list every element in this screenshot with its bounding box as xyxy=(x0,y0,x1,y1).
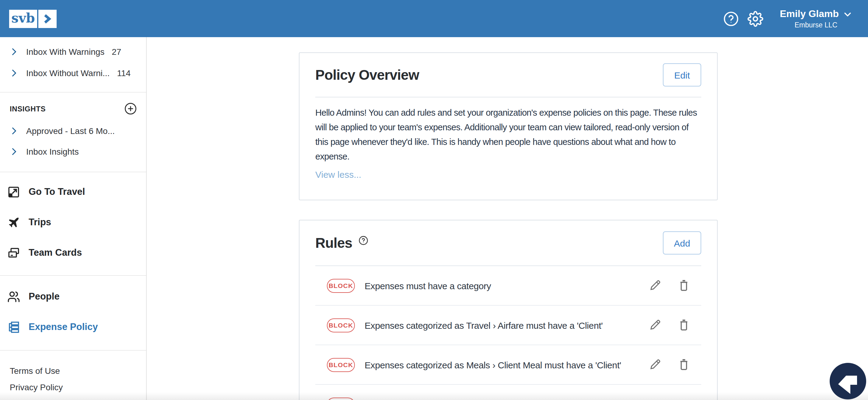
sidebar-item-approved-last-6-months[interactable]: Approved - Last 6 Mo... xyxy=(0,121,146,141)
sidebar-item-label: Trips xyxy=(29,217,51,228)
sidebar-item-count: 114 xyxy=(117,68,130,78)
terms-of-use-link[interactable]: Terms of Use xyxy=(10,363,136,379)
trash-icon xyxy=(677,318,690,331)
sidebar-item-label: Go To Travel xyxy=(29,186,85,197)
rule-text: Expenses categorized as Meals › Client M… xyxy=(365,360,621,370)
chat-widget-button[interactable] xyxy=(830,363,866,399)
rules-list: BLOCK Expenses must have a category xyxy=(315,266,701,400)
sidebar-item-inbox-without-warnings[interactable]: Inbox Without Warni... 114 xyxy=(0,62,146,84)
sidebar-nav-secondary: People Expense Policy xyxy=(0,276,146,342)
settings-button[interactable] xyxy=(747,10,763,27)
rules-title: Rules xyxy=(315,235,368,251)
sidebar-item-label: People xyxy=(29,291,60,302)
insights-title: INSIGHTS xyxy=(10,105,45,113)
block-badge: BLOCK xyxy=(327,358,355,372)
add-insight-button[interactable] xyxy=(124,102,137,116)
airplane-icon xyxy=(7,216,20,228)
divider xyxy=(0,92,146,93)
divider xyxy=(0,350,146,351)
rule-row: BLOCK xyxy=(315,385,701,400)
rules-header: Rules Add xyxy=(315,220,701,266)
view-less-link[interactable]: View less... xyxy=(315,169,361,180)
sidebar-item-people[interactable]: People xyxy=(0,281,146,312)
chevron-right-icon xyxy=(42,13,53,24)
rules-card: Rules Add BLOCK Expenses must have a cat… xyxy=(299,220,718,400)
sidebar-item-expense-policy[interactable]: Expense Policy xyxy=(0,312,146,342)
chevron-right-icon xyxy=(10,68,18,77)
block-badge: BLOCK xyxy=(327,318,355,332)
header-actions: Emily Glamb Emburse LLC xyxy=(722,8,852,29)
policy-overview-body: Hello Admins! You can add rules and set … xyxy=(315,105,701,164)
chevron-right-icon xyxy=(10,147,18,156)
question-circle-icon[interactable] xyxy=(358,236,368,245)
help-button[interactable] xyxy=(722,10,739,27)
user-org: Emburse LLC xyxy=(780,21,852,29)
edit-rule-button[interactable] xyxy=(648,318,662,332)
svb-logo-chevron-box xyxy=(38,9,57,28)
sidebar: Inbox With Warnings 27 Inbox Without War… xyxy=(0,37,147,400)
add-rule-button[interactable]: Add xyxy=(663,232,701,254)
sidebar-nav-primary: Go To Travel Trips Team Cards xyxy=(0,172,146,268)
user-name: Emily Glamb xyxy=(780,8,839,20)
sidebar-item-label: Inbox With Warnings xyxy=(26,47,104,56)
sidebar-item-label: Inbox Insights xyxy=(26,147,79,156)
rule-row: BLOCK Expenses must have a category xyxy=(315,266,701,306)
sidebar-item-inbox-insights[interactable]: Inbox Insights xyxy=(0,141,146,162)
top-bar: svb Emily Glamb xyxy=(0,0,868,37)
chat-arrow-icon xyxy=(830,363,866,399)
help-circle-icon xyxy=(723,11,739,27)
delete-rule-button[interactable] xyxy=(677,279,690,292)
delete-rule-button[interactable] xyxy=(677,358,690,371)
gear-icon xyxy=(747,11,763,27)
sidebar-item-go-to-travel[interactable]: Go To Travel xyxy=(0,177,146,207)
user-menu[interactable]: Emily Glamb Emburse LLC xyxy=(780,8,852,29)
sidebar-footer: Terms of Use Privacy Policy xyxy=(0,363,146,396)
plus-circle-icon xyxy=(124,102,137,115)
people-icon xyxy=(7,290,20,303)
chevron-right-icon xyxy=(10,127,18,135)
sidebar-item-team-cards[interactable]: Team Cards xyxy=(0,238,146,268)
block-badge: BLOCK xyxy=(327,397,355,400)
svb-logo-text: svb xyxy=(11,11,35,24)
cards-icon xyxy=(7,246,20,259)
insights-items: Approved - Last 6 Mo... Inbox Insights xyxy=(0,121,146,162)
policy-list-icon xyxy=(7,320,20,333)
sidebar-inbox-section: Inbox With Warnings 27 Inbox Without War… xyxy=(0,37,146,84)
edit-rule-button[interactable] xyxy=(648,279,662,292)
sidebar-item-label: Inbox Without Warni... xyxy=(26,68,110,78)
pencil-icon xyxy=(649,318,661,331)
app-root: svb Emily Glamb xyxy=(0,0,868,400)
rule-row: BLOCK Expenses categorized as Meals › Cl… xyxy=(315,345,701,385)
trash-icon xyxy=(677,279,690,291)
chevron-down-icon xyxy=(843,9,852,19)
pencil-icon xyxy=(649,358,661,371)
rule-text: Expenses categorized as Travel › Airfare… xyxy=(365,320,602,330)
policy-overview-card: Policy Overview Edit Hello Admins! You c… xyxy=(299,52,718,200)
policy-overview-title: Policy Overview xyxy=(315,67,419,83)
edit-button[interactable]: Edit xyxy=(663,63,701,87)
chevron-right-icon xyxy=(10,47,18,56)
sidebar-item-label: Expense Policy xyxy=(29,321,98,332)
sidebar-item-count: 27 xyxy=(112,47,121,56)
edit-rule-button[interactable] xyxy=(648,358,662,371)
external-link-icon xyxy=(7,185,20,198)
sidebar-item-label: Approved - Last 6 Mo... xyxy=(26,126,115,136)
sidebar-item-label: Team Cards xyxy=(29,247,82,258)
pencil-icon xyxy=(649,279,661,291)
svb-logo[interactable]: svb xyxy=(9,9,57,28)
sidebar-item-trips[interactable]: Trips xyxy=(0,207,146,238)
delete-rule-button[interactable] xyxy=(677,318,690,332)
trash-icon xyxy=(677,358,690,371)
main-content: Policy Overview Edit Hello Admins! You c… xyxy=(147,37,868,400)
rule-text: Expenses must have a category xyxy=(365,280,491,291)
policy-overview-header: Policy Overview Edit xyxy=(315,53,701,97)
rule-row: BLOCK Expenses categorized as Travel › A… xyxy=(315,306,701,345)
privacy-policy-link[interactable]: Privacy Policy xyxy=(10,379,136,396)
svb-logo-text-box: svb xyxy=(9,9,37,28)
block-badge: BLOCK xyxy=(327,279,355,293)
sidebar-item-inbox-with-warnings[interactable]: Inbox With Warnings 27 xyxy=(0,41,146,62)
insights-header: INSIGHTS xyxy=(0,100,146,118)
